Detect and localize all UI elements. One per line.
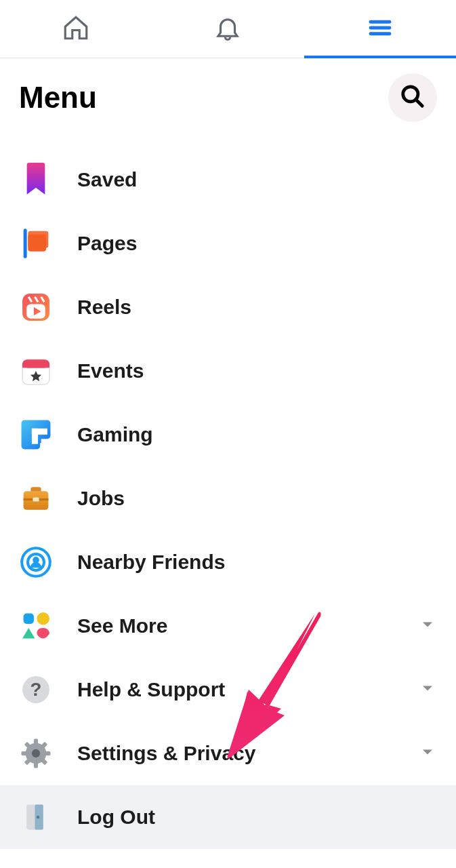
chevron-down-icon (418, 679, 437, 701)
gear-icon (19, 736, 53, 770)
top-nav (0, 0, 456, 58)
svg-point-38 (37, 816, 40, 819)
menu-item-label: Nearby Friends (77, 551, 437, 574)
nav-menu[interactable] (304, 0, 456, 58)
svg-rect-18 (33, 497, 39, 501)
chevron-down-icon (418, 615, 437, 637)
chevron-down-icon (418, 743, 437, 764)
menu-item-log-out[interactable]: Log Out (0, 785, 456, 849)
svg-rect-5 (24, 229, 27, 258)
search-button[interactable] (388, 73, 437, 122)
svg-rect-27 (34, 739, 38, 745)
search-icon (400, 83, 426, 112)
help-icon: ? (19, 673, 53, 707)
svg-point-35 (32, 749, 40, 757)
menu-item-events[interactable]: Events (0, 339, 456, 403)
home-icon (62, 14, 90, 45)
svg-line-4 (416, 100, 423, 106)
menu-item-nearby-friends[interactable]: Nearby Friends (0, 530, 456, 594)
menu-item-pages[interactable]: Pages (0, 212, 456, 275)
menu-item-reels[interactable]: Reels (0, 275, 456, 339)
jobs-icon (19, 481, 53, 515)
saved-icon (19, 163, 53, 197)
gaming-icon (19, 418, 53, 452)
svg-rect-28 (34, 762, 38, 768)
svg-rect-30 (44, 751, 50, 755)
logout-icon (19, 800, 53, 834)
menu-item-label: Events (77, 359, 437, 382)
see-more-icon (19, 609, 53, 643)
menu-item-label: Saved (77, 168, 437, 191)
events-icon (19, 354, 53, 388)
menu-item-label: Reels (77, 296, 437, 319)
reels-icon (19, 290, 53, 324)
menu-item-gaming[interactable]: Gaming (0, 403, 456, 467)
menu-item-saved[interactable]: Saved (0, 148, 456, 212)
svg-rect-29 (22, 751, 28, 755)
nav-home[interactable] (0, 0, 152, 58)
menu-item-label: Log Out (77, 806, 437, 829)
menu-list: Saved Pages (0, 129, 456, 849)
menu-item-label: See More (77, 614, 418, 637)
menu-item-see-more[interactable]: See More (0, 594, 456, 658)
menu-item-settings-privacy[interactable]: Settings & Privacy (0, 722, 456, 785)
nearby-friends-icon (19, 545, 53, 579)
menu-item-help-support[interactable]: ? Help & Support (0, 658, 456, 722)
svg-point-23 (37, 612, 49, 625)
menu-item-label: Pages (77, 232, 437, 255)
hamburger-icon (366, 14, 394, 45)
svg-rect-7 (28, 235, 46, 252)
svg-rect-22 (24, 614, 34, 624)
svg-rect-12 (22, 363, 49, 368)
menu-item-jobs[interactable]: Jobs (0, 467, 456, 530)
pages-icon (19, 226, 53, 260)
menu-header: Menu (0, 58, 456, 129)
bell-icon (213, 14, 242, 45)
menu-item-label: Help & Support (77, 678, 418, 701)
menu-item-label: Gaming (77, 423, 437, 446)
nav-notifications[interactable] (152, 0, 304, 58)
svg-text:?: ? (30, 679, 42, 700)
svg-rect-14 (32, 429, 38, 444)
menu-item-label: Jobs (77, 487, 437, 510)
menu-item-label: Settings & Privacy (77, 742, 418, 765)
page-title: Menu (19, 81, 97, 115)
